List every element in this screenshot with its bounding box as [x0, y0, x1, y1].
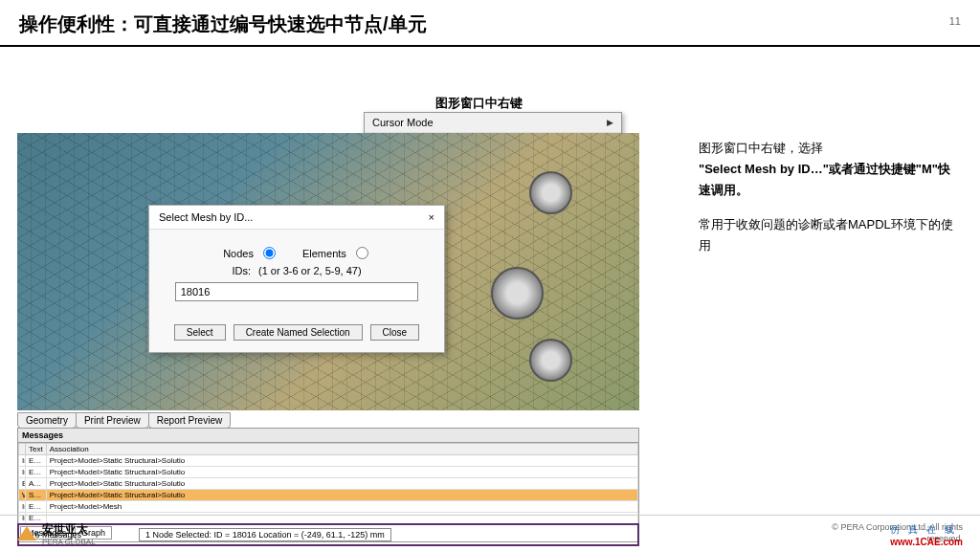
chevron-right-icon: ▶ — [607, 118, 613, 127]
select-button[interactable]: Select — [174, 324, 226, 341]
page-title: 操作便利性：可直接通过编号快速选中节点/单元 — [19, 11, 961, 37]
ids-label: IDs: — [232, 265, 251, 276]
tab-print-preview[interactable]: Print Preview — [76, 412, 149, 429]
bolt-geometry — [491, 267, 544, 320]
create-named-selection-button[interactable]: Create Named Selection — [234, 324, 363, 341]
messages-header: Messages — [18, 429, 638, 443]
close-icon[interactable]: × — [429, 211, 434, 223]
dialog-title: Select Mesh by ID... — [159, 211, 253, 223]
messages-table: TextAssociation InfoElapsed Time for Las… — [18, 443, 638, 524]
table-row[interactable]: WarningSolver pivot warnings or errors h… — [19, 490, 638, 501]
tab-report-preview[interactable]: Report Preview — [148, 412, 231, 429]
bolt-geometry — [529, 171, 572, 214]
footer: 安世亚太 PERA GLOBAL © PERA Corporation Ltd.… — [0, 515, 980, 551]
context-label: 图形窗口中右键 — [435, 95, 523, 112]
annotation-text: 图形窗口中右键，选择"Select Mesh by ID…"或者通过快捷键"M"… — [699, 138, 957, 270]
nodes-radio[interactable] — [263, 247, 276, 259]
logo-triangle-icon — [17, 526, 36, 540]
table-row[interactable]: ErrorAn internal solution magnitude limi… — [19, 478, 638, 490]
ids-hint: (1 or 3-6 or 2, 5-9, 47) — [258, 265, 362, 276]
brand-watermark: 仿 真 在 线 www.1CAE.com — [890, 523, 963, 547]
close-button[interactable]: Close — [370, 324, 420, 341]
nodes-label: Nodes — [223, 248, 254, 259]
elements-radio[interactable] — [356, 247, 368, 259]
table-row[interactable]: InfoElapsed Time for Last Solver Run = 6… — [19, 467, 638, 478]
elements-label: Elements — [302, 248, 346, 259]
view-tabs: Geometry Print Preview Report Preview — [17, 412, 230, 429]
table-row[interactable]: InfoElapsed Time for Last Entire Solve A… — [19, 455, 638, 467]
bolt-geometry — [529, 339, 572, 382]
tab-geometry[interactable]: Geometry — [17, 412, 77, 429]
table-row[interactable]: InfoElapsed Time for Last Mesh Generatio… — [19, 501, 638, 513]
ids-input[interactable] — [175, 282, 419, 301]
page-number: 11 — [949, 15, 961, 27]
ctx-cursor-mode[interactable]: Cursor Mode▶ — [365, 113, 621, 133]
pera-logo: 安世亚太 PERA GLOBAL — [17, 521, 96, 546]
select-mesh-dialog: Select Mesh by ID... × Nodes Elements ID… — [148, 205, 445, 353]
